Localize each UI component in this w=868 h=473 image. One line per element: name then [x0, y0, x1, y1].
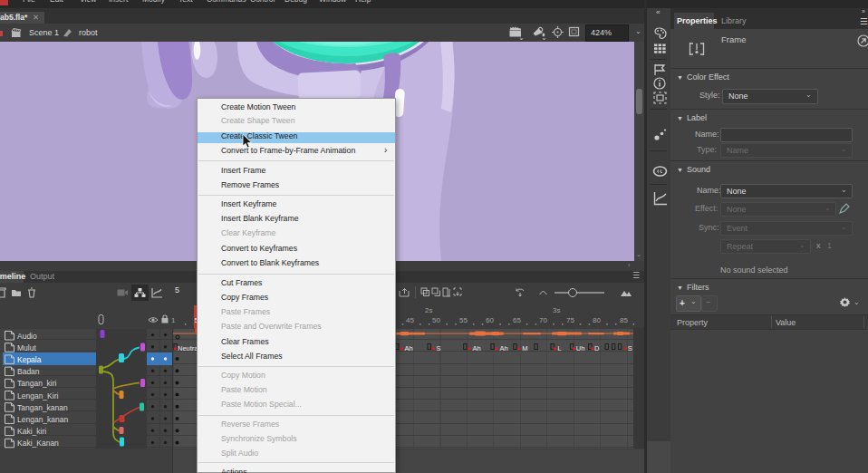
- svg-text:Ah: Ah: [405, 344, 413, 352]
- svg-text:M: M: [522, 344, 527, 352]
- svg-text:S: S: [436, 344, 440, 352]
- svg-text:S: S: [628, 344, 632, 352]
- svg-text:L: L: [558, 344, 562, 352]
- svg-text:Uh: Uh: [576, 344, 585, 352]
- svg-text:D: D: [594, 344, 600, 352]
- svg-text:Ah: Ah: [499, 344, 507, 352]
- svg-text:Ah: Ah: [473, 344, 481, 352]
